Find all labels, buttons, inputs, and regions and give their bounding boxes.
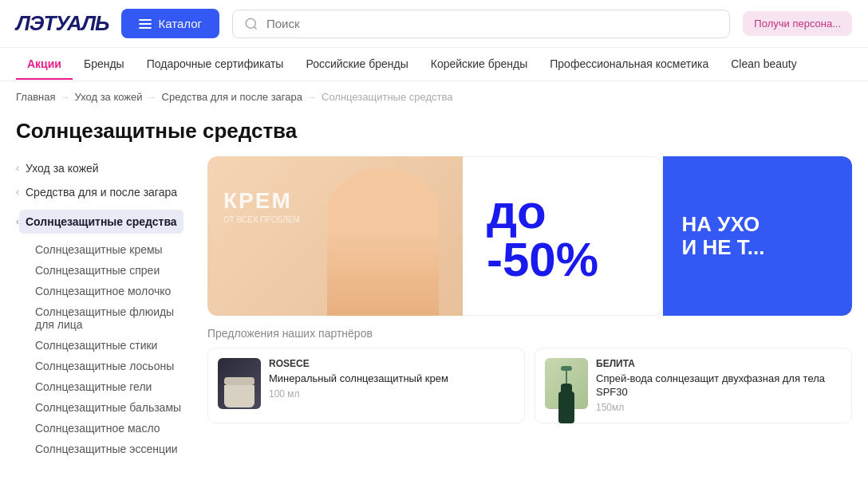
partner-info-1: БЕЛИТАСпрей-вода солнцезащит двухфазная … bbox=[596, 358, 842, 413]
search-icon bbox=[244, 17, 258, 31]
sidebar-sub-item-0[interactable]: Солнцезащитные кремы bbox=[16, 239, 191, 260]
sidebar-sub-item-1[interactable]: Солнцезащитные спреи bbox=[16, 260, 191, 281]
discount-amount: до -50% bbox=[487, 188, 638, 284]
sidebar-sub-item-5[interactable]: Солнцезащитные лосьоны bbox=[16, 356, 191, 376]
sidebar-sub-item-8[interactable]: Солнцезащитное масло bbox=[16, 418, 191, 439]
header-promo-banner[interactable]: Получи персона... bbox=[743, 11, 852, 36]
partner-product-1: Спрей-вода солнцезащит двухфазная для те… bbox=[596, 372, 842, 399]
promo-image: КРЕМ ОТ ВСЕХ ПРОБЛЕМ bbox=[207, 156, 463, 316]
nav-item-0[interactable]: Акции bbox=[16, 49, 73, 80]
discount-side-text-line2: И НЕ Т... bbox=[682, 236, 765, 259]
partner-brand-0: ROSECE bbox=[269, 358, 515, 369]
catalog-label: Каталог bbox=[158, 17, 202, 30]
main-layout: ‹Уход за кожей‹Средства для и после зага… bbox=[0, 156, 868, 459]
sidebar-sub-item-4[interactable]: Солнцезащитные стики bbox=[16, 335, 191, 356]
sidebar-item-2[interactable]: ‹Солнцезащитные средства bbox=[16, 204, 191, 239]
breadcrumb-item-2[interactable]: Средства для и после загара bbox=[162, 91, 302, 103]
content-area: КРЕМ ОТ ВСЕХ ПРОБЛЕМ до -50% НА УХО И НЕ… bbox=[207, 156, 852, 459]
breadcrumb: Главная→Уход за кожей→Средства для и пос… bbox=[0, 81, 868, 112]
page-title: Солнцезащитные средства bbox=[0, 112, 868, 156]
chevron-icon: ‹ bbox=[16, 163, 19, 174]
sidebar-label-0: Уход за кожей bbox=[26, 162, 99, 175]
nav-item-5[interactable]: Профессиональная косметика bbox=[539, 49, 720, 80]
discount-side: НА УХО И НЕ Т... bbox=[663, 156, 853, 316]
nav-item-1[interactable]: Бренды bbox=[73, 49, 136, 80]
cream-subtext: ОТ ВСЕХ ПРОБЛЕМ bbox=[223, 215, 300, 224]
sidebar-label-1: Средства для и после загара bbox=[26, 186, 177, 199]
sidebar-item-1[interactable]: ‹Средства для и после загара bbox=[16, 180, 191, 204]
burger-icon bbox=[139, 19, 152, 29]
partners-title: Предложения наших партнёров bbox=[207, 327, 852, 340]
search-input[interactable] bbox=[266, 17, 718, 30]
partner-product-0: Минеральный солнцезащитный крем bbox=[269, 372, 515, 386]
person-silhouette bbox=[327, 168, 439, 316]
sidebar-sub-item-7[interactable]: Солнцезащитные бальзамы bbox=[16, 397, 191, 418]
chevron-icon: ‹ bbox=[16, 187, 19, 198]
sidebar-sub-item-9[interactable]: Солнцезащитные эссенции bbox=[16, 439, 191, 459]
partner-card-0[interactable]: ROSECEМинеральный солнцезащитный крем100… bbox=[207, 348, 525, 423]
nav-item-2[interactable]: Подарочные сертификаты bbox=[136, 49, 295, 80]
svg-point-0 bbox=[246, 18, 255, 28]
sidebar-item-0[interactable]: ‹Уход за кожей bbox=[16, 156, 191, 180]
promo-discount: до -50% bbox=[463, 156, 663, 316]
sidebar-sub-item-6[interactable]: Солнцезащитные гели bbox=[16, 376, 191, 397]
discount-side-text-line1: НА УХО bbox=[682, 213, 760, 236]
header: ЛЭТУАЛЬ Каталог Получи персона... bbox=[0, 0, 868, 48]
main-nav: АкцииБрендыПодарочные сертификатыРоссийс… bbox=[0, 48, 868, 81]
svg-line-1 bbox=[254, 26, 256, 29]
search-bar bbox=[232, 10, 730, 38]
breadcrumb-sep-1: → bbox=[60, 92, 69, 103]
breadcrumb-item-3: Солнцезащитные средства bbox=[322, 91, 453, 103]
nav-item-3[interactable]: Российские бренды bbox=[294, 49, 419, 80]
promo-section: КРЕМ ОТ ВСЕХ ПРОБЛЕМ до -50% НА УХО И НЕ… bbox=[207, 156, 852, 316]
cream-text: КРЕМ bbox=[223, 188, 292, 214]
breadcrumb-sep-3: → bbox=[307, 92, 317, 103]
sidebar-active-bg-2: Солнцезащитные средства bbox=[19, 210, 183, 234]
partner-volume-0: 100 мл bbox=[269, 388, 515, 399]
nav-item-4[interactable]: Корейские бренды bbox=[420, 49, 539, 80]
breadcrumb-item-0[interactable]: Главная bbox=[16, 91, 55, 103]
sidebar-sub-item-2[interactable]: Солнцезащитное молочко bbox=[16, 281, 191, 301]
partner-img-0 bbox=[218, 358, 261, 409]
partner-brand-1: БЕЛИТА bbox=[596, 358, 842, 369]
partner-volume-1: 150мл bbox=[596, 402, 842, 413]
breadcrumb-sep-2: → bbox=[148, 92, 157, 103]
partner-img-1 bbox=[545, 358, 588, 409]
nav-item-6[interactable]: Clean beauty bbox=[720, 49, 808, 80]
sidebar: ‹Уход за кожей‹Средства для и после зага… bbox=[16, 156, 207, 459]
sidebar-sub-item-3[interactable]: Солнцезащитные флюиды для лица bbox=[16, 301, 191, 335]
partner-card-1[interactable]: БЕЛИТАСпрей-вода солнцезащит двухфазная … bbox=[535, 348, 852, 423]
catalog-button[interactable]: Каталог bbox=[121, 9, 219, 38]
partner-info-0: ROSECEМинеральный солнцезащитный крем100… bbox=[269, 358, 515, 399]
partners-grid: ROSECEМинеральный солнцезащитный крем100… bbox=[207, 348, 852, 423]
breadcrumb-item-1[interactable]: Уход за кожей bbox=[74, 91, 142, 103]
logo: ЛЭТУАЛЬ bbox=[16, 11, 108, 36]
